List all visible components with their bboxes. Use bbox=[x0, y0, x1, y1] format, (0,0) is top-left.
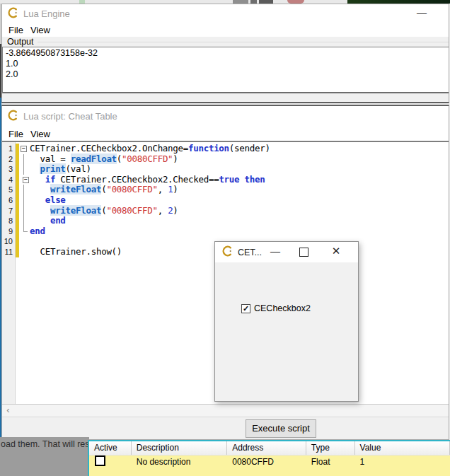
builtin-function: print bbox=[40, 163, 65, 174]
horizontal-scrollbar[interactable]: ‹ bbox=[2, 404, 449, 417]
close-icon[interactable]: ✕ bbox=[330, 245, 342, 257]
string-literal: "0080CFFD" bbox=[106, 184, 157, 195]
cheat-engine-icon bbox=[221, 245, 233, 260]
fold-margin bbox=[19, 236, 30, 247]
minimize-icon[interactable]: — bbox=[416, 7, 427, 18]
code-line[interactable]: 4− if CETrainer.CECheckbox2.Checked==tru… bbox=[2, 175, 449, 185]
line-number: 3 bbox=[2, 164, 15, 175]
code-token: , bbox=[158, 205, 168, 216]
window-cetrainer: CET... — ✕ ✓ CECheckbox2 bbox=[214, 241, 359, 402]
code-token bbox=[30, 184, 50, 195]
code-token: val = bbox=[30, 153, 71, 164]
lua-script-title: Lua script: Cheat Table bbox=[23, 111, 117, 122]
menu-item-view[interactable]: View bbox=[30, 128, 54, 140]
code-line[interactable]: 3 print(val) bbox=[2, 164, 449, 175]
code-text: writeFloat("0080CFFD", 1) bbox=[30, 185, 178, 195]
line-number: 2 bbox=[2, 154, 15, 165]
cetrainer-body: ✓ CECheckbox2 bbox=[215, 262, 358, 401]
active-checkbox[interactable] bbox=[95, 455, 105, 466]
code-token: CETrainer.CECheckbox2.OnChange= bbox=[30, 143, 188, 153]
column-header-description[interactable]: Description bbox=[132, 441, 227, 455]
lua-engine-menubar: FileView bbox=[2, 23, 449, 37]
clipped-background-text: oad them. That will resu bbox=[0, 437, 89, 449]
lua-script-menubar: FileView bbox=[2, 127, 449, 142]
string-literal: "0080CFFD" bbox=[106, 205, 157, 216]
window-lua-engine: Lua Engine — FileView Output -3.86649508… bbox=[1, 4, 449, 103]
code-token: CETrainer.CECheckbox2.Checked== bbox=[55, 174, 219, 185]
code-text: val = readFloat("0080CFFD") bbox=[30, 154, 178, 165]
code-token: (sender) bbox=[229, 143, 270, 153]
menu-item-file[interactable]: File bbox=[8, 24, 28, 36]
fold-margin: − bbox=[19, 144, 30, 154]
column-header-address[interactable]: Address bbox=[227, 441, 306, 455]
fold-end-icon bbox=[23, 226, 28, 232]
menu-item-view[interactable]: View bbox=[30, 24, 54, 36]
code-line[interactable]: 6 else bbox=[2, 195, 449, 206]
fold-margin bbox=[19, 185, 30, 195]
column-header-active[interactable]: Active bbox=[89, 441, 132, 455]
table-row[interactable]: No description0080CFFDFloat1 bbox=[89, 455, 450, 468]
fold-margin bbox=[19, 195, 30, 206]
lua-engine-titlebar[interactable]: Lua Engine — bbox=[2, 4, 449, 23]
cell-address: 0080CFFD bbox=[227, 457, 306, 467]
code-line[interactable]: 9end bbox=[2, 226, 449, 237]
fold-margin: − bbox=[19, 175, 30, 185]
code-token: CETrainer.show() bbox=[30, 246, 122, 257]
line-number: 1 bbox=[2, 144, 15, 154]
minimize-icon[interactable]: — bbox=[269, 245, 282, 257]
output-line: 1.0 bbox=[6, 59, 446, 69]
code-line[interactable]: 8 end bbox=[2, 216, 449, 226]
code-token: , bbox=[158, 184, 168, 195]
background-window-fragment: oad them. That will resu bbox=[0, 437, 89, 476]
column-header-value[interactable]: Value bbox=[355, 441, 450, 455]
code-lines: 1−CETrainer.CECheckbox2.OnChange=functio… bbox=[2, 144, 449, 257]
cetrainer-title: CET... bbox=[238, 248, 262, 257]
code-token bbox=[239, 174, 244, 185]
line-number: 5 bbox=[2, 185, 15, 195]
code-token: ( bbox=[117, 153, 122, 164]
lua-engine-title: Lua Engine bbox=[23, 8, 70, 19]
fold-line bbox=[23, 164, 24, 175]
fold-margin bbox=[19, 206, 30, 216]
fold-margin bbox=[19, 164, 30, 175]
output-memo[interactable]: -3.8664950873158e-321.02.0 bbox=[2, 47, 449, 93]
builtin-function: readFloat bbox=[71, 153, 117, 164]
screen: Lua Engine — FileView Output -3.86649508… bbox=[0, 0, 450, 476]
cheat-engine-icon bbox=[7, 110, 18, 124]
string-literal: "0080CFFD" bbox=[122, 153, 173, 164]
address-list-table: ActiveDescriptionAddressTypeValue No des… bbox=[88, 440, 450, 476]
code-line[interactable]: 2 val = readFloat("0080CFFD") bbox=[2, 154, 449, 165]
fold-line bbox=[23, 216, 24, 226]
code-line[interactable]: 7 writeFloat("0080CFFD", 2) bbox=[2, 206, 449, 216]
maximize-icon[interactable] bbox=[299, 248, 308, 257]
scroll-left-icon[interactable]: ‹ bbox=[3, 405, 13, 415]
line-number: 6 bbox=[2, 195, 15, 206]
output-groupbox-label: Output bbox=[7, 37, 34, 47]
fold-margin bbox=[19, 154, 30, 165]
fold-line bbox=[23, 206, 24, 216]
output-groupbox-frame bbox=[38, 42, 449, 42]
code-line[interactable]: 1−CETrainer.CECheckbox2.OnChange=functio… bbox=[2, 144, 449, 154]
execute-script-button[interactable]: Execute script bbox=[246, 419, 316, 438]
builtin-function: writeFloat bbox=[50, 184, 101, 195]
code-token bbox=[30, 163, 40, 174]
code-text: CETrainer.CECheckbox2.OnChange=function(… bbox=[30, 144, 270, 154]
cell-type: Float bbox=[306, 457, 355, 467]
code-text: writeFloat("0080CFFD", 2) bbox=[30, 206, 178, 216]
cecheckbox2-row[interactable]: ✓ CECheckbox2 bbox=[241, 303, 311, 313]
keyword: then bbox=[245, 174, 265, 185]
fold-line bbox=[23, 185, 24, 195]
code-token bbox=[30, 174, 45, 185]
fold-collapse-icon[interactable]: − bbox=[23, 177, 29, 183]
code-line[interactable]: 5 writeFloat("0080CFFD", 1) bbox=[2, 185, 449, 195]
cecheckbox2-box[interactable]: ✓ bbox=[241, 304, 250, 313]
lua-script-titlebar[interactable]: Lua script: Cheat Table bbox=[2, 106, 449, 127]
code-text: end bbox=[30, 226, 45, 237]
code-token bbox=[30, 195, 45, 205]
fold-collapse-icon[interactable]: − bbox=[21, 146, 27, 152]
cetrainer-titlebar[interactable]: CET... — ✕ bbox=[215, 242, 358, 262]
execute-panel: Execute script bbox=[2, 417, 449, 439]
lua-engine-body: Output -3.8664950873158e-321.02.0 bbox=[2, 37, 449, 102]
column-header-type[interactable]: Type bbox=[306, 441, 355, 455]
menu-item-file[interactable]: File bbox=[8, 128, 28, 140]
